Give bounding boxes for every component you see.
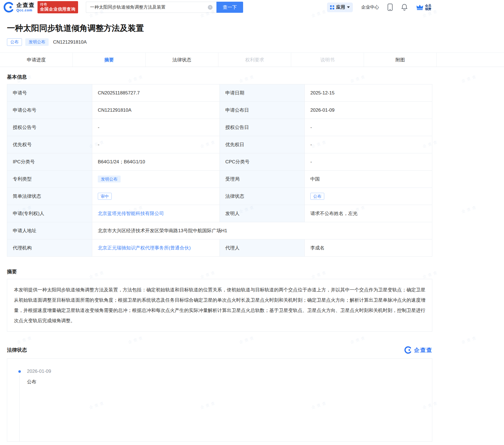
info-row: 简单法律状态审中法律状态公布 xyxy=(7,188,432,205)
entity-link[interactable]: 北京正元瑞驰知识产权代理事务所(普通合伙) xyxy=(98,245,191,251)
timeline-dot-icon xyxy=(18,370,21,373)
info-value: - xyxy=(92,136,220,153)
info-label: 申请(专利权)人 xyxy=(7,205,92,222)
logo-title: 企查查 xyxy=(16,2,35,8)
vip-renew-button[interactable]: 会员 续费 xyxy=(416,4,431,11)
info-row: 申请公布号CN121291810A申请公布日2026-01-09 xyxy=(7,102,432,119)
info-label: CPC分类号 xyxy=(220,153,305,171)
tab-附图[interactable]: 附图 xyxy=(364,53,437,67)
info-row: 申请人地址北京市大兴区经济技术开发区荣华南路13号院中航国际广场H1 xyxy=(7,222,432,239)
vip-text: 会员 续费 xyxy=(425,4,431,11)
notification-bell-icon[interactable] xyxy=(401,4,408,11)
abstract-section: 摘要 本发明提供一种太阳同步轨道倾角调整方法及装置，方法包括：确定初始轨道和目标… xyxy=(7,268,432,332)
info-label: 授权公告日 xyxy=(220,119,305,136)
info-label: 优先权号 xyxy=(7,136,92,153)
watermark-text: 企查查 xyxy=(16,335,34,345)
info-value: CN202511885727.7 xyxy=(92,84,220,102)
watermark-text: 企查查 xyxy=(128,335,145,345)
legal-status-title: 法律状态 xyxy=(7,347,27,353)
info-label: 优先权日 xyxy=(220,136,305,153)
watermark-text: 企查查 xyxy=(461,335,478,345)
info-value: - xyxy=(92,119,220,136)
info-value: B64G1/24；B64G1/10 xyxy=(92,153,220,171)
timeline-status: 公布 xyxy=(27,379,432,385)
info-value: 北京蓝塔光传智能科技有限公司 xyxy=(92,205,220,222)
basic-info-table: 申请号CN202511885727.7申请日期2025-12-15申请公布号CN… xyxy=(7,84,432,257)
slogan-line1: 传奇 xyxy=(40,2,76,7)
info-label: 受理局 xyxy=(220,171,305,188)
logo-domain: Qcc.com xyxy=(16,8,35,12)
info-label: 申请号 xyxy=(7,84,92,102)
info-value: 审中 xyxy=(92,188,220,205)
info-row: 授权公告号-授权公告日- xyxy=(7,119,432,136)
page: 企查查 Qcc.com 传奇 全国企业信用查询 查一下 应用 xyxy=(0,0,504,442)
tab-申请进度[interactable]: 申请进度 xyxy=(0,53,73,67)
title-block: 一种太阳同步轨道倾角调整方法及装置 公布 发明公布 CN121291810A xyxy=(0,14,504,46)
qcc-brand-icon xyxy=(404,346,412,354)
publication-number: CN121291810A xyxy=(53,39,87,45)
info-value: 请求不公布姓名，左光 xyxy=(305,205,432,222)
watermark-text: 企查查 xyxy=(461,204,478,214)
info-row: 申请号CN202511885727.7申请日期2025-12-15 xyxy=(7,84,432,102)
info-value: - xyxy=(305,119,432,136)
chevron-down-icon xyxy=(347,6,350,8)
info-value: 中国 xyxy=(305,171,432,188)
info-value: 北京正元瑞驰知识产权代理事务所(普通合伙) xyxy=(92,239,220,257)
info-value: - xyxy=(305,136,432,153)
crown-icon xyxy=(416,4,424,11)
logo-text: 企查查 Qcc.com xyxy=(16,2,35,12)
info-label: IPC分类号 xyxy=(7,153,92,171)
info-value: - xyxy=(305,153,432,171)
status-tag: 公布 xyxy=(7,38,22,46)
info-row: 专利类型发明公布受理局中国 xyxy=(7,171,432,188)
slogan-line2: 全国企业信用查询 xyxy=(40,7,76,12)
info-value: CN121291810A xyxy=(92,102,220,119)
mobile-app-icon[interactable] xyxy=(387,3,393,11)
vip-line1: 会员 xyxy=(425,4,431,7)
slogan-badge: 传奇 全国企业信用查询 xyxy=(38,1,78,13)
info-row: 代理机构北京正元瑞驰知识产权代理事务所(普通合伙)代理人李成名 xyxy=(7,239,432,257)
abstract-title: 摘要 xyxy=(7,268,432,275)
legal-status-section: 法律状态 企查查 2026-01-09 公布 xyxy=(7,346,432,442)
tab-bar: 申请进度摘要法律状态权利要求说明书附图 xyxy=(0,52,504,67)
enterprise-center-link[interactable]: 企业中心 xyxy=(361,4,379,10)
timeline-item: 2026-01-09 公布 xyxy=(18,369,432,385)
info-label: 授权公告号 xyxy=(7,119,92,136)
apps-dropdown[interactable]: 应用 xyxy=(327,2,353,12)
search-input[interactable] xyxy=(86,2,216,13)
info-row: 优先权号-优先权日- xyxy=(7,136,432,153)
info-label: 代理人 xyxy=(220,239,305,257)
basic-info-section: 基本信息 申请号CN202511885727.7申请日期2025-12-15申请… xyxy=(7,74,432,257)
search-bar: 查一下 xyxy=(86,2,243,13)
tab-法律状态[interactable]: 法律状态 xyxy=(146,53,218,67)
tab-权利要求: 权利要求 xyxy=(218,53,291,67)
page-title: 一种太阳同步轨道倾角调整方法及装置 xyxy=(7,23,431,34)
qcc-logo[interactable]: 企查查 Qcc.com xyxy=(3,2,35,13)
legal-status-header: 法律状态 企查查 xyxy=(7,346,432,354)
tab-摘要[interactable]: 摘要 xyxy=(73,53,146,67)
legal-status-timeline: 2026-01-09 公布 xyxy=(7,358,432,442)
header-right: 应用 企业中心 xyxy=(327,2,431,12)
basic-info-title: 基本信息 xyxy=(7,74,432,80)
vip-line2: 续费 xyxy=(425,7,431,11)
tab-说明书: 说明书 xyxy=(291,53,364,67)
qcc-brand-logo: 企查查 xyxy=(404,346,432,354)
entity-link[interactable]: 北京蓝塔光传智能科技有限公司 xyxy=(98,211,164,216)
status-tag: 公布 xyxy=(310,193,324,200)
qcc-logo-icon xyxy=(3,2,14,13)
info-value: 发明公布 xyxy=(92,171,220,188)
clear-icon[interactable] xyxy=(208,5,213,10)
header: 企查查 Qcc.com 传奇 全国企业信用查询 查一下 应用 xyxy=(0,0,504,14)
info-value: 2025-12-15 xyxy=(305,84,432,102)
watermark-text: 企查查 xyxy=(350,335,367,345)
tab-bar-filler xyxy=(437,53,504,67)
qcc-brand-text: 企查查 xyxy=(414,346,432,354)
tag-row: 公布 发明公布 CN121291810A xyxy=(7,38,431,46)
info-label: 专利类型 xyxy=(7,171,92,188)
info-label: 申请公布日 xyxy=(220,102,305,119)
info-label: 法律状态 xyxy=(220,188,305,205)
search-button[interactable]: 查一下 xyxy=(216,2,243,13)
watermark-text: 企查查 xyxy=(461,74,478,84)
info-row: 申请(专利权)人北京蓝塔光传智能科技有限公司发明人请求不公布姓名，左光 xyxy=(7,205,432,222)
type-tag: 发明公布 xyxy=(25,38,49,46)
